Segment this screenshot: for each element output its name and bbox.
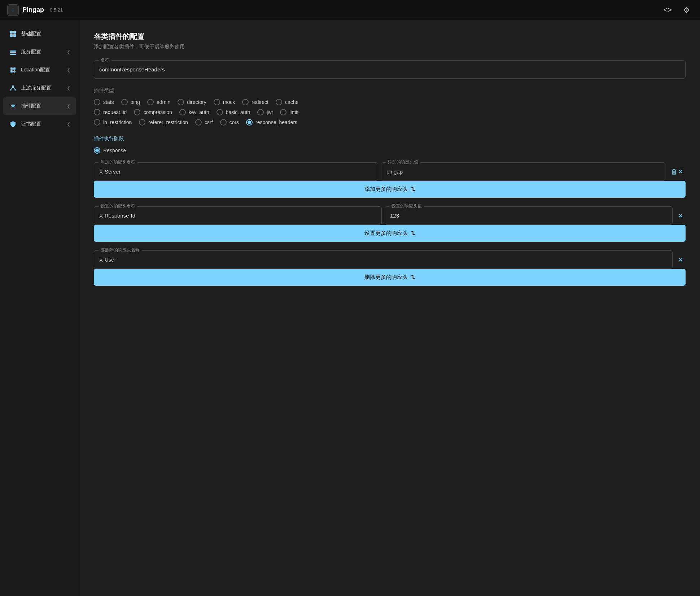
name-input[interactable] [94, 61, 685, 78]
sidebar-label-plugin: 插件配置 [21, 103, 67, 109]
add-header-value-label: 添加的响应头值 [386, 159, 420, 165]
upstream-icon [9, 84, 17, 92]
radio-key-auth[interactable]: key_auth [179, 109, 209, 115]
radio-stats[interactable]: stats [94, 99, 114, 105]
radio-directory[interactable]: directory [178, 99, 206, 105]
remove-more-button[interactable]: 删除更多的响应头 ⇅ [94, 269, 686, 286]
radio-basic-auth[interactable]: basic_auth [216, 109, 250, 115]
radio-mock[interactable]: mock [214, 99, 235, 105]
remove-more-icon: ⇅ [411, 274, 415, 281]
set-more-button[interactable]: 设置更多的响应头 ⇅ [94, 225, 686, 242]
radio-label-stats: stats [103, 99, 114, 105]
sidebar-label-cert: 证书配置 [21, 121, 67, 127]
radio-jwt[interactable]: jwt [257, 109, 273, 115]
radio-referer-restriction[interactable]: referer_restriction [139, 119, 188, 126]
cert-icon [9, 120, 17, 128]
radio-limit[interactable]: limit [280, 109, 298, 115]
plugin-types-row-1: stats ping admin directory mock [94, 99, 686, 105]
layout: 基础配置 服务配置 ❮ [0, 20, 700, 596]
set-header-value-label: 设置的响应头值 [389, 203, 424, 209]
logo-icon: + [7, 4, 19, 16]
sidebar-item-cert[interactable]: 证书配置 ❮ [3, 115, 76, 133]
add-more-icon: ⇅ [411, 186, 415, 193]
radio-circle-csrf [195, 119, 202, 126]
layers-icon [9, 48, 17, 56]
radio-circle-basic-auth [216, 109, 223, 115]
radio-label-response-headers: response_headers [255, 119, 297, 125]
name-field-group: 名称 [94, 60, 686, 79]
radio-label-request-id: request_id [103, 109, 127, 115]
remove-header-name-input[interactable] [94, 251, 672, 268]
sidebar-item-location[interactable]: Location配置 ❮ [3, 61, 76, 79]
radio-label-basic-auth: basic_auth [226, 109, 250, 115]
chevron-icon-service: ❮ [67, 49, 70, 54]
radio-cache[interactable]: cache [276, 99, 298, 105]
radio-circle-ping [121, 99, 128, 105]
add-header-value-group: 添加的响应头值 [381, 162, 665, 181]
sidebar-item-basic[interactable]: 基础配置 [3, 25, 76, 43]
radio-csrf[interactable]: csrf [195, 119, 213, 126]
page-subtitle: 添加配置各类插件，可便于后续服务使用 [94, 44, 686, 50]
chevron-icon-plugin: ❮ [67, 104, 70, 109]
set-header-row: 设置的响应头名称 设置的响应头值 [94, 206, 686, 225]
add-header-name-input[interactable] [94, 163, 378, 180]
sidebar-item-service[interactable]: 服务配置 ❮ [3, 43, 76, 61]
radio-circle-response [94, 147, 100, 154]
svg-point-14 [14, 89, 16, 91]
main-content: 各类插件的配置 添加配置各类插件，可便于后续服务使用 名称 插件类型 stats… [79, 20, 700, 596]
set-header-name-input[interactable] [94, 207, 381, 224]
sidebar-label-upstream: 上游服务配置 [21, 85, 67, 91]
delete-add-header-button[interactable] [668, 166, 686, 178]
set-header-value-input[interactable] [385, 207, 672, 224]
svg-rect-8 [13, 67, 16, 70]
radio-circle-ip-restriction [94, 119, 100, 126]
sidebar-label-basic: 基础配置 [21, 31, 70, 37]
radio-circle-directory [178, 99, 184, 105]
radio-compression[interactable]: compression [134, 109, 172, 115]
settings-button[interactable]: ⚙ [681, 4, 693, 16]
header: + Pingap 0.5.21 <> ⚙ [0, 0, 700, 20]
stage-label: 插件执行阶段 [94, 136, 686, 142]
sidebar-item-upstream[interactable]: 上游服务配置 ❮ [3, 79, 76, 97]
sidebar-label-location: Location配置 [21, 67, 67, 73]
radio-redirect[interactable]: redirect [242, 99, 268, 105]
radio-request-id[interactable]: request_id [94, 109, 127, 115]
radio-ping[interactable]: ping [121, 99, 140, 105]
radio-circle-mock [214, 99, 220, 105]
remove-header-name-group: 要删除的响应头名称 [94, 250, 673, 269]
radio-ip-restriction[interactable]: ip_restriction [94, 119, 132, 126]
svg-line-16 [13, 87, 15, 89]
radio-response-headers[interactable]: response_headers [246, 119, 297, 126]
set-header-value-group: 设置的响应头值 [385, 206, 673, 225]
app-version: 0.5.21 [50, 7, 63, 13]
radio-label-jwt: jwt [267, 109, 273, 115]
set-header-name-label: 设置的响应头名称 [99, 203, 137, 209]
radio-label-admin: admin [157, 99, 170, 105]
radio-response-stage[interactable]: Response [94, 147, 686, 154]
radio-circle-compression [134, 109, 140, 115]
sidebar-label-service: 服务配置 [21, 49, 67, 55]
svg-rect-4 [10, 51, 16, 52]
name-field-label: 名称 [99, 57, 111, 63]
page-title: 各类插件的配置 [94, 32, 686, 41]
set-header-name-group: 设置的响应头名称 [94, 206, 382, 225]
add-more-label: 添加更多的响应头 [364, 186, 408, 193]
delete-remove-header-button[interactable] [675, 255, 686, 265]
radio-label-mock: mock [223, 99, 235, 105]
radio-admin[interactable]: admin [147, 99, 170, 105]
delete-set-header-button[interactable] [675, 211, 686, 221]
chevron-icon-location: ❮ [67, 67, 70, 73]
plugin-types-label: 插件类型 [94, 87, 686, 94]
svg-line-15 [11, 87, 13, 89]
code-button[interactable]: <> [661, 4, 675, 16]
radio-circle-cors [220, 119, 227, 126]
radio-cors[interactable]: cors [220, 119, 239, 126]
svg-rect-1 [13, 31, 16, 34]
set-more-icon: ⇅ [411, 230, 415, 237]
sidebar-item-plugin[interactable]: 插件配置 ❮ [3, 97, 76, 115]
add-header-value-input[interactable] [381, 163, 665, 180]
set-more-label: 设置更多的响应头 [364, 230, 408, 237]
app-title: Pingap [22, 6, 44, 14]
remove-header-name-label: 要删除的响应头名称 [99, 247, 142, 253]
add-more-button[interactable]: 添加更多的响应头 ⇅ [94, 181, 686, 198]
